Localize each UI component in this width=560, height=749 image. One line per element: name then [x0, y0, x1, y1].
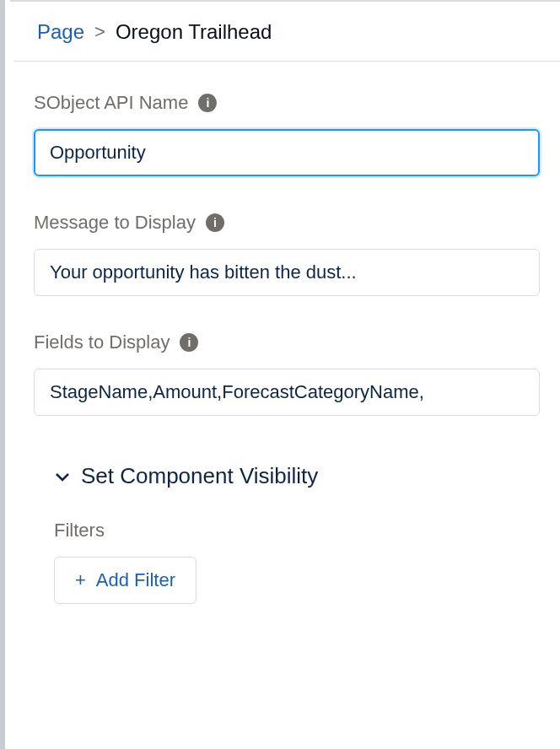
message-label: Message to Display: [34, 212, 196, 234]
message-input[interactable]: [34, 249, 540, 296]
fields-to-display-input[interactable]: [34, 369, 540, 416]
add-filter-button[interactable]: + Add Filter: [54, 557, 197, 604]
fields-to-display-label: Fields to Display: [34, 331, 170, 353]
visibility-section-toggle[interactable]: Set Component Visibility: [34, 463, 540, 489]
panel-container: Page > Oregon Trailhead SObject API Name…: [0, 0, 560, 749]
field-message-to-display: Message to Display i: [34, 212, 540, 296]
breadcrumb-page-link[interactable]: Page: [37, 20, 84, 44]
visibility-section-title: Set Component Visibility: [81, 463, 318, 489]
filters-label: Filters: [54, 520, 540, 542]
add-filter-label: Add Filter: [96, 569, 175, 591]
breadcrumb: Page > Oregon Trailhead: [13, 0, 560, 62]
info-icon[interactable]: i: [180, 333, 198, 352]
filters-area: Filters + Add Filter: [34, 520, 540, 604]
field-fields-to-display: Fields to Display i: [34, 331, 540, 416]
info-icon[interactable]: i: [198, 94, 217, 112]
chevron-down-icon: [54, 468, 71, 485]
info-icon[interactable]: i: [206, 213, 224, 232]
breadcrumb-current: Oregon Trailhead: [116, 20, 272, 44]
field-sobject-api-name: SObject API Name i: [34, 92, 540, 176]
sobject-label: SObject API Name: [34, 92, 188, 114]
sobject-input[interactable]: [34, 129, 540, 176]
plus-icon: +: [75, 571, 86, 590]
breadcrumb-separator: >: [94, 21, 105, 43]
